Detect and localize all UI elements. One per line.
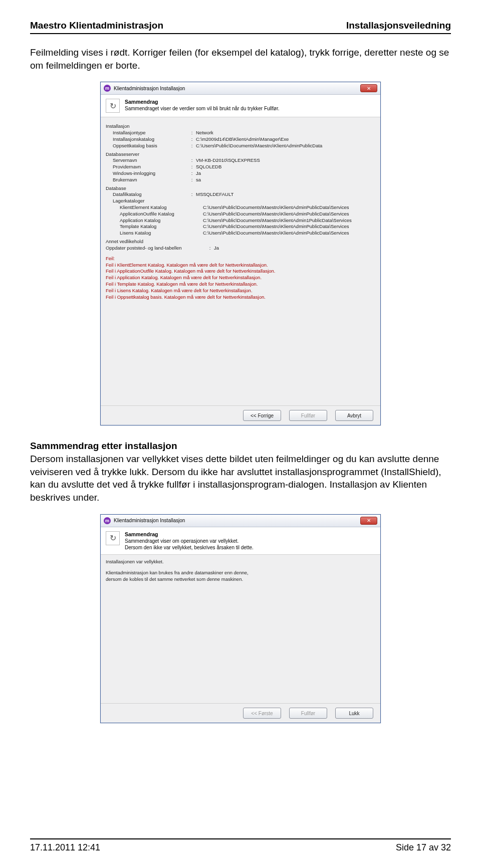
header-divider xyxy=(30,33,451,34)
success-line: Installasjonen var vellykket. xyxy=(106,559,375,565)
install-success-dialog: m Klientadministrasjon Installasjon ✕ ↻ … xyxy=(100,514,381,723)
dialog-body: Installasjon Installasjontype:Network In… xyxy=(101,117,380,405)
doc-title-right: Installasjonsveiledning xyxy=(346,20,451,31)
dialog-title: Klientadministrasjon Installasjon xyxy=(114,518,185,523)
intro-paragraph: Feilmelding vises i rødt. Korriger feile… xyxy=(30,46,451,72)
kv-label: Template Katalog xyxy=(120,224,195,230)
section2: Sammmendrag etter installasjon Dersom in… xyxy=(30,440,451,504)
section2-text: Dersom installasjonen var vellykket vise… xyxy=(30,454,441,503)
error-line: Feil i Template Katalog. Katalogen må væ… xyxy=(106,281,375,288)
kv-val: Ja xyxy=(196,170,375,177)
dialog-header-sub2: Dersom den ikke var vellykket, beskrives… xyxy=(125,545,254,550)
kv-label: Brukernavn xyxy=(113,177,188,183)
finish-button[interactable]: Fullfør xyxy=(289,410,327,421)
kv-label: Installasjontype xyxy=(113,130,188,136)
group-install: Installasjon xyxy=(106,123,375,130)
kv-val: VM-KB-D2010\SQLEXPRESS xyxy=(196,157,375,164)
kv-label: Oppdater poststed- og land-tabellen xyxy=(106,245,206,252)
kv-label: Installasjonskatalog xyxy=(113,136,188,143)
kv-val: MSSQLDEFAULT xyxy=(196,191,375,198)
dialog-titlebar: m Klientadministrasjon Installasjon ✕ xyxy=(101,82,380,95)
kv-label: Application Katalog xyxy=(120,218,195,224)
kv-label: Datafilkatalog xyxy=(113,191,188,198)
dialog-header: ↻ Sammendrag Sammendraget viser de verdi… xyxy=(101,95,380,117)
group-maint: Annet vedlikehold xyxy=(106,239,375,245)
kv-label: Lisens Katalog xyxy=(120,230,195,237)
kv-val: SQLOLEDB xyxy=(196,164,375,170)
dialog-header-title: Sammendrag xyxy=(125,99,279,105)
close-icon[interactable]: ✕ xyxy=(360,84,377,92)
error-line: Feil i ApplicationOutfile Katalog. Katal… xyxy=(106,268,375,275)
app-icon: m xyxy=(104,517,111,524)
kv-val: Network xyxy=(196,130,375,136)
dialog-body: Installasjonen var vellykket. Klientadmi… xyxy=(101,555,380,703)
kv-val: C:\Users\Public\Documents\Maestro\Klient… xyxy=(203,218,375,224)
footer-timestamp: 17.11.2011 12:41 xyxy=(30,842,100,853)
footer-page: Side 17 av 32 xyxy=(396,842,451,853)
kv-label: Servernavn xyxy=(113,157,188,164)
dialog-footer: << Forrige Fullfør Avbryt xyxy=(101,405,380,425)
doc-title-left: Maestro Klientadministrasjon xyxy=(30,20,163,31)
kv-val: C:\m2009d14\DB\KlientAdmin\Manager\Exe xyxy=(196,136,375,143)
kv-val: C:\Users\Public\Documents\Maestro\Klient… xyxy=(203,230,375,237)
kv-label: Windows-innlogging xyxy=(113,170,188,177)
group-database: Database xyxy=(106,185,375,192)
kv-val: C:\Users\Public\Documents\Maestro\Klient… xyxy=(203,224,375,230)
close-button[interactable]: Lukk xyxy=(335,708,373,719)
dialog-title: Klientadministrasjon Installasjon xyxy=(114,86,185,91)
footer-divider xyxy=(30,838,451,839)
dialog-header-sub1: Sammendraget viser om operasjonen var ve… xyxy=(125,538,254,544)
kv-label: ApplicationOutfile Katalog xyxy=(120,211,195,218)
first-button[interactable]: << Første xyxy=(243,708,281,719)
kv-val: Ja xyxy=(214,245,375,252)
group-dbserver: Databaseserver xyxy=(106,151,375,158)
kv-label: Providernavn xyxy=(113,164,188,170)
dialog-titlebar: m Klientadministrasjon Installasjon ✕ xyxy=(101,515,380,527)
close-icon[interactable]: ✕ xyxy=(360,517,377,525)
error-line: Feil i Lisens Katalog. Katalogen må være… xyxy=(106,288,375,294)
error-line: Feil i Application Katalog. Katalogen må… xyxy=(106,275,375,281)
dialog-header: ↻ Sammendrag Sammendraget viser om opera… xyxy=(101,527,380,555)
error-line: Feil i Oppsettkatalog basis. Katalogen m… xyxy=(106,294,375,301)
dialog-header-title: Sammendrag xyxy=(125,531,254,537)
kv-val: sa xyxy=(196,177,375,183)
refresh-icon: ↻ xyxy=(106,99,120,113)
info-line: dersom de kobles til det samme nettverke… xyxy=(106,576,375,583)
kv-val: C:\Users\Public\Documents\Maestro\Klient… xyxy=(203,211,375,218)
back-button[interactable]: << Forrige xyxy=(243,410,281,421)
info-line: Klientadministrasjon kan brukes fra andr… xyxy=(106,570,375,576)
kv-label: Oppsettkatalog basis xyxy=(113,143,188,149)
app-icon: m xyxy=(104,85,111,92)
kv-val: C:\Users\Public\Documents\Maestro\Klient… xyxy=(196,143,375,149)
install-summary-dialog: m Klientadministrasjon Installasjon ✕ ↻ … xyxy=(100,82,381,425)
error-line: Feil i KlientElement Katalog. Katalogen … xyxy=(106,262,375,269)
errors-title: Feil: xyxy=(106,256,375,262)
kv-label: KlientElement Katalog xyxy=(120,204,195,211)
dialog-header-sub: Sammendraget viser de verdier som vil bl… xyxy=(125,106,279,111)
finish-button[interactable]: Fullfør xyxy=(289,708,327,719)
kv-label: Lagerkataloger xyxy=(113,198,188,204)
dialog-footer: << Første Fullfør Lukk xyxy=(101,703,380,723)
section2-title: Sammmendrag etter installasjon xyxy=(30,441,177,451)
cancel-button[interactable]: Avbryt xyxy=(335,410,373,421)
refresh-icon: ↻ xyxy=(106,531,120,545)
kv-val: C:\Users\Public\Documents\Maestro\Klient… xyxy=(203,204,375,211)
